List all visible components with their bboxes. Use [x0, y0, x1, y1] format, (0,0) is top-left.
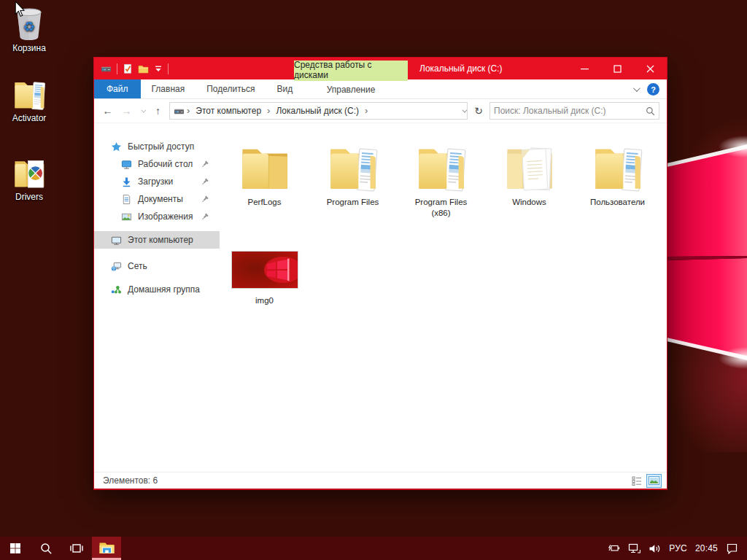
navigation-pane: Быстрый доступ Рабочий стол Загрузки — [94, 123, 220, 472]
details-view-button[interactable] — [629, 474, 644, 488]
forward-button[interactable]: → — [119, 106, 134, 116]
breadcrumb-item-this-pc[interactable]: Этот компьютер — [192, 106, 265, 116]
quick-access-star-icon — [111, 141, 122, 152]
tab-share[interactable]: Поделиться — [196, 79, 266, 98]
explorer-window: Средства работы с дисками Локальный диск… — [93, 57, 667, 490]
toolbar-dropdown-icon[interactable] — [154, 65, 163, 73]
up-button[interactable]: ↑ — [150, 106, 166, 116]
desktop-icon-activator[interactable]: Activator — [1, 75, 58, 123]
folder-icon — [589, 138, 646, 194]
this-pc-icon — [111, 235, 122, 246]
file-list: PerfLogs Program Files Program Files (x8… — [220, 123, 667, 472]
toolbar-separator — [117, 63, 117, 74]
search-icon — [646, 106, 655, 116]
system-tray: РУС 20:45 — [607, 542, 747, 554]
expand-ribbon-chevron-icon[interactable] — [633, 85, 640, 92]
sidebar-item-label: Рабочий стол — [138, 159, 193, 169]
network-icon[interactable] — [628, 543, 640, 554]
new-folder-icon[interactable] — [138, 64, 149, 74]
file-tile-perflogs[interactable]: PerfLogs — [220, 133, 309, 231]
title-bar[interactable]: Средства работы с дисками Локальный диск… — [94, 58, 667, 79]
folder-icon — [236, 138, 293, 194]
minimize-icon — [581, 65, 589, 73]
view-toggles — [629, 474, 665, 488]
items-count: Элементов: 6 — [103, 475, 158, 486]
action-center-icon[interactable] — [726, 542, 738, 554]
close-button[interactable] — [634, 58, 667, 79]
sidebar-item-label: Сеть — [128, 261, 147, 271]
file-tile-program-files[interactable]: Program Files — [309, 133, 397, 231]
search-input[interactable] — [494, 106, 646, 116]
language-indicator[interactable]: РУС — [669, 543, 687, 553]
folder-icon — [413, 138, 469, 194]
taskbar-search-button[interactable] — [31, 537, 61, 560]
desktop-icon-recycle-bin[interactable]: Корзина — [1, 5, 58, 53]
sidebar-item-label: Изображения — [138, 211, 193, 222]
clock[interactable]: 20:45 — [695, 543, 718, 553]
maximize-button[interactable] — [601, 58, 634, 79]
properties-icon[interactable] — [123, 63, 133, 74]
wallpaper-light-beams — [667, 73, 747, 452]
file-label: PerfLogs — [247, 197, 281, 208]
sidebar-item-label: Документы — [138, 194, 183, 204]
file-explorer-icon — [98, 541, 115, 556]
breadcrumb[interactable]: › Этот компьютер › Локальный диск (C:) › — [169, 102, 468, 120]
pin-icon — [201, 160, 209, 168]
taskbar: РУС 20:45 — [0, 537, 747, 560]
pin-icon — [201, 195, 209, 203]
sidebar-item-pictures[interactable]: Изображения — [94, 208, 220, 225]
desktop: Корзина Activator Drivers — [0, 0, 747, 560]
sidebar-item-label: Этот компьютер — [128, 235, 193, 245]
mouse-cursor — [14, 1, 26, 18]
breadcrumb-separator-icon: › — [185, 105, 191, 116]
sidebar-item-label: Домашняя группа — [128, 284, 200, 295]
file-label: Program Files — [327, 197, 379, 208]
sidebar-item-documents[interactable]: Документы — [94, 190, 220, 208]
desktop-icon-drivers[interactable]: Drivers — [1, 154, 58, 202]
sidebar-item-homegroup[interactable]: Домашняя группа — [94, 281, 220, 298]
refresh-icon[interactable]: ↻ — [471, 105, 486, 117]
sidebar-item-desktop[interactable]: Рабочий стол — [94, 155, 220, 173]
start-button[interactable] — [0, 537, 31, 560]
documents-icon — [121, 194, 132, 205]
task-view-icon — [69, 542, 84, 554]
minimize-button[interactable] — [568, 58, 601, 79]
volume-icon[interactable] — [649, 543, 661, 554]
window-body: Быстрый доступ Рабочий стол Загрузки — [94, 123, 667, 472]
help-icon[interactable]: ? — [647, 83, 659, 96]
file-tile-img0[interactable]: img0 — [220, 231, 309, 330]
pictures-icon — [121, 211, 132, 222]
address-bar: ← → ↑ › Этот компьютер › Локальный диск … — [94, 99, 667, 123]
file-tile-program-files-x86[interactable]: Program Files (x86) — [397, 133, 485, 231]
window-controls — [568, 58, 667, 79]
quick-access-toolbar — [94, 58, 169, 79]
tab-file[interactable]: Файл — [94, 79, 141, 98]
downloads-icon — [121, 176, 132, 187]
sidebar-item-this-pc[interactable]: Этот компьютер — [94, 231, 220, 249]
large-icons-view-button[interactable] — [646, 474, 662, 488]
taskbar-file-explorer-button[interactable] — [92, 537, 121, 560]
sidebar-item-downloads[interactable]: Загрузки — [94, 173, 220, 190]
task-view-button[interactable] — [61, 537, 92, 560]
pin-icon — [201, 178, 209, 186]
sidebar-item-network[interactable]: Сеть — [94, 257, 220, 275]
sidebar-item-label: Быстрый доступ — [128, 141, 194, 152]
folder-icon — [11, 154, 47, 190]
back-button[interactable]: ← — [100, 106, 115, 116]
address-dropdown-chevron-icon[interactable] — [462, 109, 465, 113]
search-box[interactable] — [489, 102, 659, 120]
breadcrumb-separator-icon: › — [363, 105, 369, 116]
this-pc-icon[interactable] — [101, 63, 112, 74]
toolbar-separator — [168, 63, 169, 74]
sidebar-item-quick-access[interactable]: Быстрый доступ — [94, 138, 220, 155]
breadcrumb-separator-icon: › — [266, 105, 271, 116]
breadcrumb-item-local-disk-c[interactable]: Локальный диск (C:) — [272, 106, 363, 116]
maximize-icon — [614, 65, 622, 73]
folder-icon — [325, 138, 381, 194]
battery-icon[interactable] — [607, 543, 620, 553]
file-tile-windows[interactable]: Windows — [485, 133, 573, 231]
tab-home[interactable]: Главная — [141, 79, 196, 98]
tab-manage[interactable]: Управление — [294, 79, 408, 99]
file-tile-users[interactable]: Пользователи — [573, 133, 662, 231]
recent-locations-chevron-icon[interactable] — [138, 109, 147, 113]
